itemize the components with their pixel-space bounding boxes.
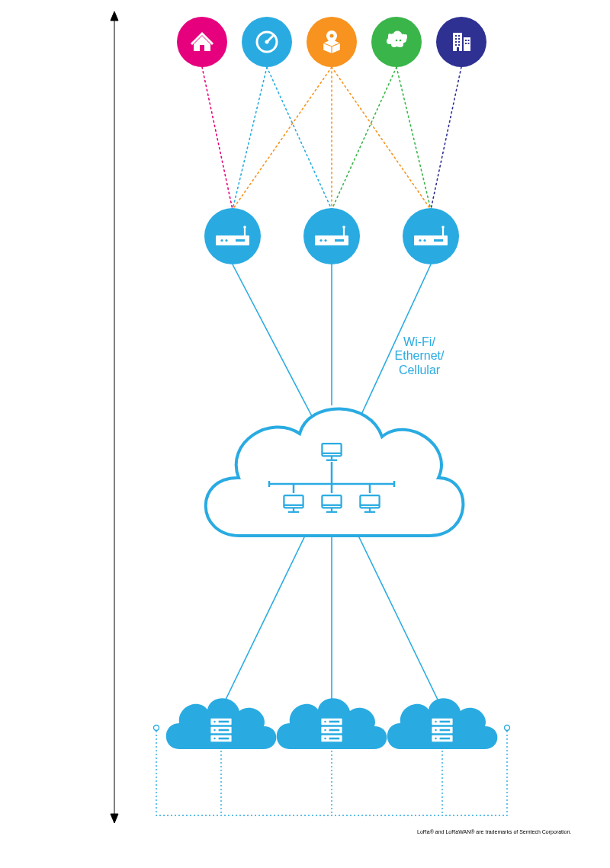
server-icon bbox=[432, 719, 452, 742]
trademark-footnote: LoRa® and LoRaWAN® are trademarks of Sem… bbox=[417, 829, 571, 834]
svg-marker-51 bbox=[111, 11, 118, 21]
svg-line-66 bbox=[431, 67, 461, 210]
app-home bbox=[177, 17, 227, 67]
gateway-3 bbox=[403, 208, 459, 264]
app-server-3 bbox=[387, 698, 498, 749]
svg-line-64 bbox=[332, 67, 396, 210]
cloud-server-links bbox=[225, 536, 438, 701]
network-cloud bbox=[206, 408, 464, 536]
vertical-span-arrow bbox=[111, 11, 118, 823]
svg-point-84 bbox=[505, 725, 510, 731]
app-speed bbox=[242, 17, 292, 67]
app-sheep bbox=[371, 17, 422, 67]
svg-line-70 bbox=[233, 264, 313, 418]
app-package bbox=[307, 17, 357, 67]
svg-marker-52 bbox=[111, 814, 118, 823]
svg-point-83 bbox=[154, 725, 159, 731]
app-building bbox=[436, 17, 486, 67]
connection-label-text: Wi-Fi/Ethernet/Cellular bbox=[395, 335, 445, 376]
server-icon bbox=[210, 719, 231, 742]
diagram-canvas bbox=[0, 0, 610, 868]
app-gateway-links bbox=[202, 67, 461, 210]
server-icon bbox=[321, 719, 342, 742]
svg-line-63 bbox=[332, 67, 431, 210]
svg-line-59 bbox=[233, 67, 267, 210]
svg-line-80 bbox=[225, 536, 305, 701]
gateway-2 bbox=[303, 208, 360, 264]
gateway-1 bbox=[204, 208, 261, 264]
svg-line-58 bbox=[202, 67, 233, 210]
svg-line-60 bbox=[267, 67, 332, 210]
svg-line-65 bbox=[396, 67, 431, 210]
footnote-text: LoRa® and LoRaWAN® are trademarks of Sem… bbox=[417, 829, 571, 834]
svg-line-61 bbox=[233, 67, 332, 210]
svg-line-82 bbox=[358, 536, 438, 701]
connection-label: Wi-Fi/Ethernet/Cellular bbox=[377, 335, 461, 377]
app-server-1 bbox=[166, 698, 277, 749]
app-server-2 bbox=[277, 698, 387, 749]
